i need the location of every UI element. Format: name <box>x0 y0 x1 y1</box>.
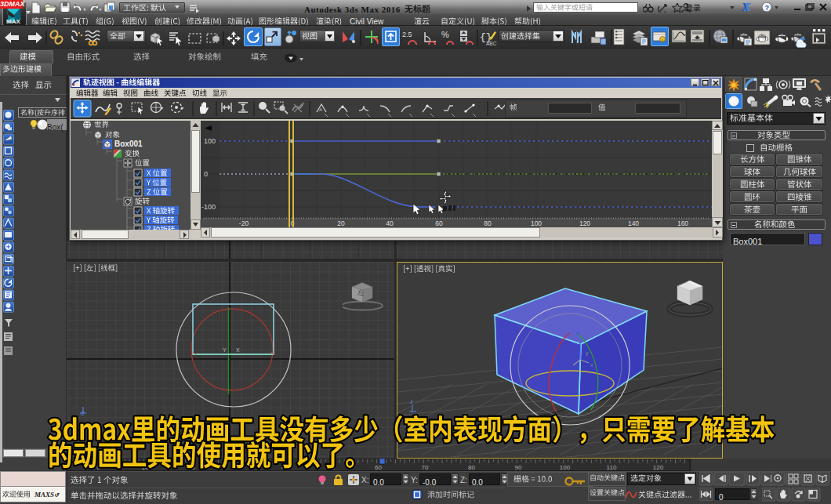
svg-text:x: x <box>590 362 593 368</box>
svg-text:y: y <box>586 350 589 357</box>
svg-text:60: 60 <box>375 464 382 471</box>
svg-text:100: 100 <box>204 137 216 145</box>
svg-text:80: 80 <box>484 219 492 227</box>
svg-text:90: 90 <box>515 464 522 471</box>
svg-text:100: 100 <box>560 464 571 471</box>
svg-text:-20: -20 <box>239 219 249 227</box>
svg-text:20: 20 <box>337 219 345 227</box>
svg-text:120: 120 <box>653 464 664 471</box>
svg-text:X: X <box>236 347 240 353</box>
svg-text:80: 80 <box>468 464 475 471</box>
svg-text:x: x <box>576 329 579 336</box>
svg-text:-100: -100 <box>201 203 216 211</box>
svg-text:60: 60 <box>435 219 443 227</box>
svg-text:100: 100 <box>531 219 542 227</box>
svg-text:z: z <box>410 398 413 405</box>
svg-text:160: 160 <box>677 219 688 227</box>
svg-text:0: 0 <box>204 170 208 178</box>
svg-text:A: A <box>319 107 322 112</box>
svg-text:40: 40 <box>386 219 394 227</box>
svg-text:110: 110 <box>607 464 617 471</box>
svg-text:140: 140 <box>628 219 639 227</box>
svg-text:Y: Y <box>223 347 227 353</box>
svg-text:120: 120 <box>579 219 590 227</box>
svg-text:70: 70 <box>422 464 429 471</box>
